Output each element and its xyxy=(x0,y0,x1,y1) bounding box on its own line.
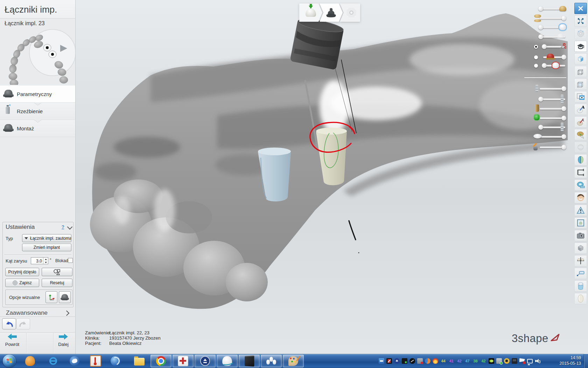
scissors-icon[interactable] xyxy=(559,43,566,50)
measure-tape-icon[interactable] xyxy=(574,179,587,191)
slider-knob[interactable] xyxy=(561,116,566,121)
transparent-cube-icon[interactable] xyxy=(574,79,587,90)
taskbar-chrome-window[interactable] xyxy=(150,355,172,367)
wireframe-cube-icon[interactable] xyxy=(574,66,587,77)
start-button[interactable] xyxy=(3,355,16,367)
taskbar-medical-app-window[interactable] xyxy=(173,355,194,367)
action-center-flag-icon[interactable] xyxy=(519,358,525,364)
save-button[interactable]: Zapisz xyxy=(5,279,39,287)
temp-indicator[interactable]: 38 xyxy=(472,359,478,363)
abutment-tool-icon[interactable] xyxy=(574,280,587,292)
education-cap-icon[interactable] xyxy=(574,41,587,52)
cube-eye-icon[interactable] xyxy=(574,91,587,102)
pick-gold-disc-icon[interactable] xyxy=(574,129,587,140)
abutment-type-select[interactable]: Łącznik impl. zautomatyz xyxy=(22,234,71,242)
gold-abutment-icon[interactable] xyxy=(559,6,566,11)
slider-knob[interactable] xyxy=(538,34,543,39)
outlined-tooth-icon[interactable] xyxy=(552,62,559,68)
taskbar-denture-window[interactable] xyxy=(261,355,282,367)
slider-knob[interactable] xyxy=(561,106,566,111)
analog-screw-icon[interactable] xyxy=(561,123,564,131)
articulator-icon[interactable] xyxy=(574,167,587,178)
slider-knob[interactable] xyxy=(538,125,543,130)
taskbar-clock[interactable]: 14:59 2015-05-13 xyxy=(556,355,581,366)
occlusion-crosshair-icon[interactable] xyxy=(574,255,587,266)
network-tray-icon[interactable] xyxy=(527,358,533,364)
gold-cylinder-icon[interactable] xyxy=(535,104,539,112)
close-icon[interactable] xyxy=(574,3,587,14)
monitor-tray-icon[interactable] xyxy=(402,358,407,364)
slider-radio[interactable] xyxy=(534,64,538,68)
slider-knob[interactable] xyxy=(561,145,566,150)
swirl-tray-icon[interactable] xyxy=(425,358,430,364)
nvidia-tray-icon[interactable] xyxy=(489,358,494,364)
workflow-step-save[interactable] xyxy=(340,4,363,22)
taskbar-dental-app-icon[interactable] xyxy=(23,355,37,367)
temp-indicator[interactable]: 44 xyxy=(440,359,446,363)
jaw-scan-scene[interactable] xyxy=(75,0,588,354)
scan-disc-icon[interactable] xyxy=(533,134,542,138)
implant-screw-icon[interactable] xyxy=(561,95,564,103)
ghost-cube-icon[interactable] xyxy=(574,142,587,153)
taskbar-daemon-tools-window[interactable] xyxy=(195,355,216,367)
lock-checkbox[interactable] xyxy=(68,258,73,263)
shape-tools-button[interactable] xyxy=(42,268,72,276)
reset-button[interactable]: Resetuj xyxy=(42,279,72,287)
slider-knob[interactable] xyxy=(538,97,543,102)
disc-network-icon[interactable] xyxy=(574,28,587,39)
slider-radio[interactable] xyxy=(534,45,538,49)
ghost-tooth-icon[interactable] xyxy=(557,34,564,40)
workflow-step-abutment-design[interactable] xyxy=(320,4,343,22)
slider-knob[interactable] xyxy=(561,86,566,91)
cross-section-icon[interactable] xyxy=(574,154,587,165)
sculpt-tool-icon[interactable] xyxy=(533,143,541,150)
slider-radio[interactable] xyxy=(534,55,538,59)
flame-tray-icon[interactable] xyxy=(433,358,438,364)
slider-knob[interactable] xyxy=(538,25,543,30)
volume-tray-icon[interactable] xyxy=(535,358,540,364)
pick-tooth-blue-icon[interactable] xyxy=(574,104,587,115)
red-die-icon[interactable] xyxy=(547,54,554,59)
abutment-view-button[interactable] xyxy=(59,291,71,303)
slider-knob[interactable] xyxy=(561,55,566,60)
help-link[interactable]: ? xyxy=(62,224,64,230)
taskbar-thunderbird[interactable] xyxy=(68,355,82,367)
daemon-tools-tray-icon[interactable] xyxy=(394,358,400,364)
teamviewer-tray-icon[interactable] xyxy=(379,358,384,364)
warning-app-tray-icon[interactable] xyxy=(504,358,510,364)
pick-tooth-red-icon[interactable] xyxy=(574,116,587,128)
fullscreen-icon[interactable] xyxy=(574,15,587,27)
taskbar-scanner-window[interactable] xyxy=(239,355,260,367)
snapshot-frame-icon[interactable] xyxy=(574,217,587,229)
device-error-tray-icon[interactable] xyxy=(417,358,423,364)
slider-knob[interactable] xyxy=(561,134,566,139)
back-button[interactable]: Powrót xyxy=(0,334,24,347)
angle-stepper[interactable] xyxy=(43,258,48,264)
slider-knob[interactable] xyxy=(538,6,543,11)
trim-gingiva-button[interactable]: Przytnij dzięsło xyxy=(5,268,39,276)
usb-ok-tray-icon[interactable] xyxy=(496,358,502,364)
show-desktop-button[interactable] xyxy=(584,354,588,368)
temp-indicator[interactable]: 42 xyxy=(481,359,486,363)
taskbar-paint-window[interactable] xyxy=(283,355,304,367)
slider-knob[interactable] xyxy=(561,16,566,21)
slider-knob[interactable] xyxy=(542,63,547,68)
taskbar-internet-explorer[interactable] xyxy=(46,355,60,367)
satellite-tray-icon[interactable] xyxy=(410,358,415,364)
taskbar-dental-system-window[interactable] xyxy=(217,355,238,367)
taskbar-explorer[interactable] xyxy=(132,355,146,367)
change-implant-button[interactable]: Zmień implant xyxy=(22,244,71,251)
collapse-chevron-icon[interactable] xyxy=(67,224,73,230)
sidebar-item-parametric[interactable]: Parametryczny xyxy=(0,86,75,103)
sidebar-item-mount[interactable]: Montaż xyxy=(0,120,75,137)
warning-icon[interactable] xyxy=(574,205,587,216)
highlighted-tooth-icon[interactable] xyxy=(559,24,566,30)
redo-button[interactable] xyxy=(16,318,30,329)
next-button[interactable]: Dalej xyxy=(51,334,76,347)
temp-indicator[interactable]: 41 xyxy=(448,359,454,363)
camera-icon[interactable] xyxy=(574,230,587,241)
workflow-step-scan[interactable] xyxy=(299,4,322,22)
green-implant-icon[interactable] xyxy=(534,115,539,120)
taskbar-hwmonitor[interactable] xyxy=(89,355,103,367)
view-cube-icon[interactable] xyxy=(574,243,587,254)
